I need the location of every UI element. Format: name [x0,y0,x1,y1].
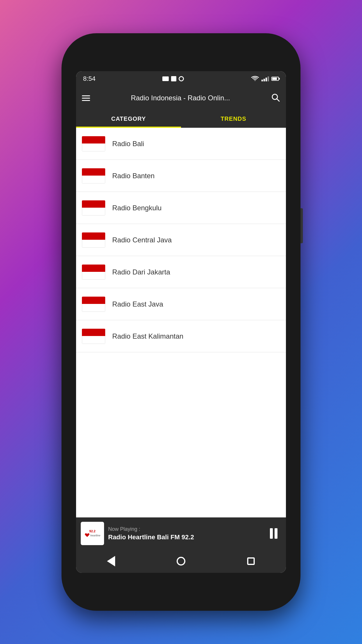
flag-white-stripe [82,240,105,248]
flag-indonesia [82,168,105,183]
flag-indonesia [82,232,105,248]
list-item[interactable]: Radio Bali [76,128,286,160]
back-button[interactable] [102,552,120,570]
flag-indonesia [82,136,105,151]
list-item[interactable]: Radio Dari Jakarta [76,256,286,288]
flag-indonesia [82,297,105,312]
volume-button[interactable] [301,208,303,243]
home-button[interactable] [172,552,190,570]
now-playing-station-name: Radio Heartline Bali FM 92.2 [108,533,262,541]
tab-trends[interactable]: TRENDS [181,110,286,128]
flag-red-stripe [82,297,105,304]
recents-icon [247,557,255,565]
sim-icon [171,76,176,81]
tabs-bar: CATEGORY TRENDS [76,110,286,128]
flag-indonesia [82,200,105,216]
back-icon [107,556,115,566]
search-button[interactable] [271,93,280,103]
status-icons-left [162,76,184,81]
item-label-radio-banten: Radio Banten [112,172,154,180]
station-logo: 92.2 heartline [81,522,104,545]
flag-white-stripe [82,304,105,312]
pause-button[interactable] [266,526,281,541]
item-label-radio-east-java: Radio East Java [112,300,163,308]
flag-red-stripe [82,200,105,208]
status-time: 8:54 [83,75,96,83]
flag-red-stripe [82,136,105,144]
recents-button[interactable] [242,552,260,570]
media-icon [162,76,169,81]
list-item[interactable]: Radio East Java [76,288,286,320]
list-item[interactable]: Radio East Kalimantan [76,320,286,352]
status-bar: 8:54 [76,71,286,86]
flag-white-stripe [82,144,105,151]
logo-inner: 92.2 heartline [85,529,101,538]
home-icon [177,557,185,566]
search-icon [271,93,280,102]
svg-line-1 [277,99,279,101]
flag-indonesia [82,329,105,344]
item-label-radio-bali: Radio Bali [112,140,144,148]
pause-icon [270,528,277,539]
tab-category[interactable]: CATEGORY [76,110,181,128]
wifi-icon [251,76,259,82]
signal-icon [261,76,269,81]
hamburger-line-1 [82,95,90,96]
flag-red-stripe [82,232,105,240]
logo-frequency: 92.2 [85,529,101,533]
phone-screen: 8:54 [76,71,286,573]
list-item[interactable]: Radio Central Java [76,224,286,256]
hamburger-line-3 [82,100,90,101]
item-label-radio-bengkulu: Radio Bengkulu [112,204,161,212]
pause-bar-right [275,528,277,539]
clock-icon [179,76,184,81]
flag-indonesia [82,265,105,280]
heartline-logo-icon [85,533,90,538]
phone-frame: 8:54 [61,33,301,611]
flag-white-stripe [82,208,105,216]
list-item[interactable]: Radio Banten [76,160,286,192]
app-bar: Radio Indonesia - Radio Onlin... [76,86,286,110]
now-playing-info: Now Playing : Radio Heartline Bali FM 92… [108,526,262,541]
now-playing-label: Now Playing : [108,526,262,532]
flag-white-stripe [82,272,105,280]
flag-red-stripe [82,168,105,176]
menu-button[interactable] [82,95,90,101]
radio-category-list: Radio Bali Radio Banten Radio Bengkulu [76,128,286,517]
list-item[interactable]: Radio Bengkulu [76,192,286,224]
battery-icon [271,77,279,81]
flag-red-stripe [82,329,105,336]
status-icons-right [251,76,279,82]
flag-white-stripe [82,336,105,344]
item-label-radio-dari-jakarta: Radio Dari Jakarta [112,268,170,276]
item-label-radio-east-kalimantan: Radio East Kalimantan [112,332,183,340]
flag-red-stripe [82,265,105,272]
navigation-bar [76,550,286,573]
app-title: Radio Indonesia - Radio Onlin... [95,94,266,102]
pause-bar-left [270,528,273,539]
now-playing-bar: 92.2 heartline Now Playing : Radio Heart… [76,517,286,550]
flag-white-stripe [82,176,105,183]
item-label-radio-central-java: Radio Central Java [112,236,172,244]
hamburger-line-2 [82,98,90,99]
